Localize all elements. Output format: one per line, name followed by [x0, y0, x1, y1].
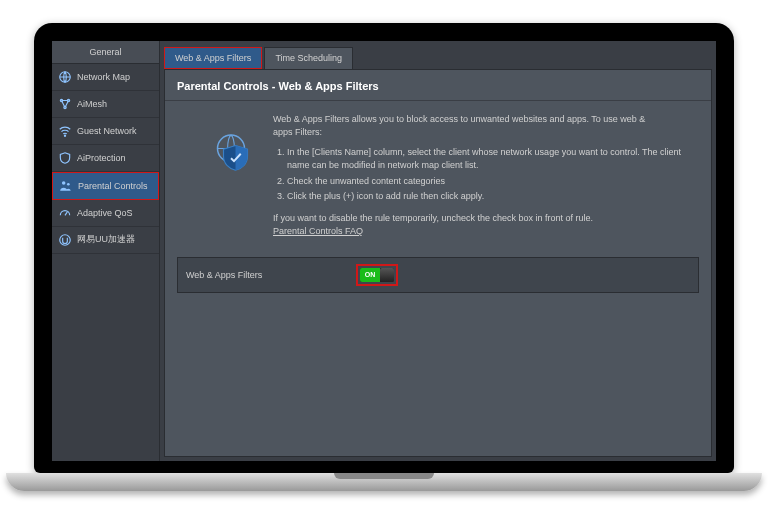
laptop-notch — [334, 473, 434, 479]
sidebar-item-label: Adaptive QoS — [77, 208, 133, 218]
toggle-state-text: ON — [360, 268, 380, 282]
sidebar-header: General — [52, 41, 159, 64]
disable-note: If you want to disable the rule temporar… — [273, 212, 699, 226]
sidebar-item-aiprotection[interactable]: AiProtection — [52, 145, 159, 172]
step-item: In the [Clients Name] column, select the… — [287, 146, 699, 173]
svg-point-5 — [62, 181, 65, 185]
tab-web-apps-filters[interactable]: Web & Apps Filters — [164, 47, 262, 69]
mesh-icon — [58, 97, 72, 111]
info-section: Web & Apps Filters allows you to block a… — [165, 101, 711, 251]
sidebar-item-parental-controls[interactable]: Parental Controls — [52, 172, 159, 200]
filter-toggle[interactable]: ON — [360, 268, 394, 282]
sidebar-item-aimesh[interactable]: AiMesh — [52, 91, 159, 118]
globe-icon — [58, 70, 72, 84]
sidebar-item-adaptive-qos[interactable]: Adaptive QoS — [52, 200, 159, 227]
sidebar-item-label: Guest Network — [77, 126, 137, 136]
toggle-label: Web & Apps Filters — [186, 270, 356, 280]
tab-label: Web & Apps Filters — [175, 53, 251, 63]
info-text: Web & Apps Filters allows you to block a… — [273, 113, 699, 239]
svg-point-4 — [64, 135, 65, 136]
sidebar-item-network-map[interactable]: Network Map — [52, 64, 159, 91]
step-item: Check the unwanted content categories — [287, 175, 699, 189]
sidebar-item-label: AiProtection — [77, 153, 126, 163]
sidebar-item-label: AiMesh — [77, 99, 107, 109]
sidebar-item-label: Network Map — [77, 72, 130, 82]
shield-icon — [58, 151, 72, 165]
wifi-icon — [58, 124, 72, 138]
sidebar-item-label: 网易UU加速器 — [77, 233, 135, 246]
faq-link[interactable]: Parental Controls FAQ — [273, 226, 363, 236]
steps-list: In the [Clients Name] column, select the… — [287, 146, 699, 204]
gauge-icon — [58, 206, 72, 220]
page-title: Parental Controls - Web & Apps Filters — [165, 70, 711, 101]
accelerator-icon — [58, 233, 72, 247]
tab-bar: Web & Apps Filters Time Scheduling — [160, 41, 716, 69]
app-screen: General Network Map AiMesh — [52, 41, 716, 461]
people-icon — [59, 179, 73, 193]
toggle-highlight: ON — [356, 264, 398, 286]
screen-bezel: General Network Map AiMesh — [34, 23, 734, 473]
tab-label: Time Scheduling — [275, 53, 342, 63]
laptop-base — [6, 473, 762, 491]
globe-shield-icon — [213, 129, 261, 177]
sidebar-item-guest-network[interactable]: Guest Network — [52, 118, 159, 145]
main-panel: Web & Apps Filters Time Scheduling Paren… — [160, 41, 716, 461]
filter-toggle-row: Web & Apps Filters ON — [177, 257, 699, 293]
sidebar-item-label: Parental Controls — [78, 181, 148, 191]
sidebar: General Network Map AiMesh — [52, 41, 160, 461]
tab-time-scheduling[interactable]: Time Scheduling — [264, 47, 353, 69]
content-panel: Parental Controls - Web & Apps Filters — [164, 69, 712, 457]
intro-text: Web & Apps Filters allows you to block a… — [273, 113, 653, 140]
step-item: Click the plus (+) icon to add rule then… — [287, 190, 699, 204]
sidebar-item-uu-accelerator[interactable]: 网易UU加速器 — [52, 227, 159, 254]
svg-point-6 — [67, 182, 70, 185]
laptop-frame: General Network Map AiMesh — [34, 23, 734, 491]
toggle-knob — [380, 268, 394, 282]
